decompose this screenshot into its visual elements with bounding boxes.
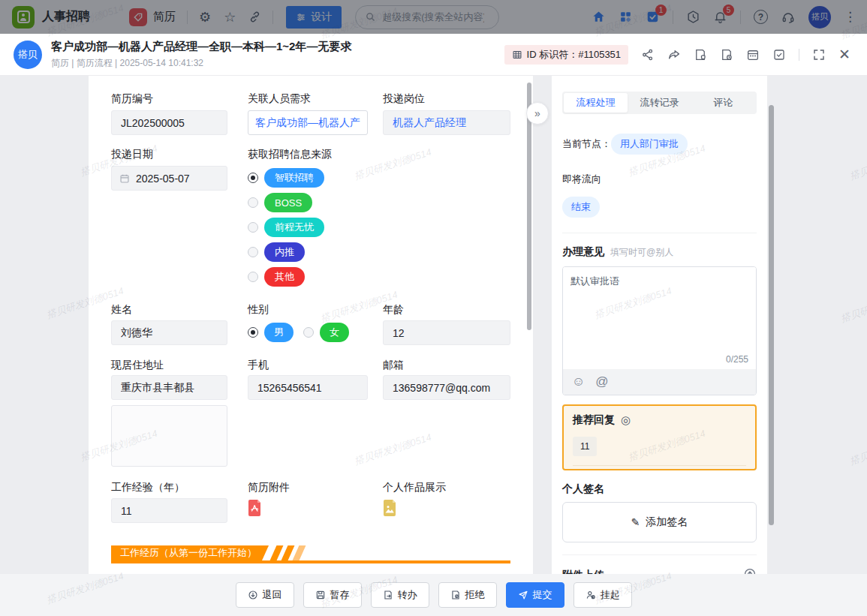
return-label: 退回 xyxy=(263,588,282,602)
age-input[interactable] xyxy=(383,320,510,345)
source-option[interactable]: BOSS xyxy=(248,193,312,212)
search-input[interactable] xyxy=(381,11,486,23)
check-square-icon[interactable] xyxy=(772,48,786,62)
topbar: 人事招聘 简历 ⚙ ☆ 设计 1 xyxy=(0,0,867,34)
apps-grid-icon[interactable] xyxy=(619,10,633,24)
field-label: 投递日期 xyxy=(111,148,153,161)
divider xyxy=(562,233,757,233)
char-counter: 0/255 xyxy=(563,354,756,369)
submit-button[interactable]: 提交 xyxy=(506,582,564,608)
panel-scrollbar[interactable] xyxy=(769,105,774,525)
gender-option-male[interactable]: 男 xyxy=(248,323,294,342)
sliders-icon xyxy=(296,12,306,23)
address-input[interactable] xyxy=(111,375,227,400)
tab-comments[interactable]: 评论 xyxy=(691,93,755,113)
radio[interactable] xyxy=(303,327,314,338)
notifications-badge: 5 xyxy=(723,5,734,16)
home-icon[interactable] xyxy=(592,10,606,24)
fullscreen-icon[interactable] xyxy=(812,48,826,62)
save-draft-button[interactable]: 暂存 xyxy=(303,582,362,608)
name-input[interactable] xyxy=(111,320,227,345)
doc-clock-icon[interactable] xyxy=(720,48,733,62)
add-signature-button[interactable]: ✎ 添加签名 xyxy=(562,502,757,542)
pdf-file-icon[interactable] xyxy=(248,500,261,516)
todo-icon[interactable]: 1 xyxy=(646,10,660,24)
radio[interactable] xyxy=(248,222,258,233)
transfer-label: 转办 xyxy=(398,588,417,602)
eye-icon[interactable]: ◎ xyxy=(621,413,631,427)
radio[interactable] xyxy=(248,247,258,257)
notifications-bell-icon[interactable]: 5 xyxy=(713,10,727,24)
help-icon[interactable]: ? xyxy=(754,10,768,24)
app-logo-icon[interactable] xyxy=(12,6,35,29)
design-button[interactable]: 设计 xyxy=(286,6,342,29)
approval-clock-icon[interactable] xyxy=(686,10,700,24)
doc-shield-icon[interactable] xyxy=(694,48,707,62)
collapse-panel-button[interactable]: » xyxy=(526,102,549,125)
field-label: 邮箱 xyxy=(383,359,404,372)
apply-position-input[interactable] xyxy=(383,110,510,135)
image-file-icon[interactable] xyxy=(383,500,396,516)
source-option[interactable]: 内推 xyxy=(248,242,305,262)
tab-resume[interactable]: 简历 xyxy=(153,10,176,24)
address-notes-textarea[interactable] xyxy=(111,405,227,467)
next-node-badge[interactable]: 结束 xyxy=(562,197,600,218)
resume-form: 简历编号 关联人员需求 客户成功部—机器人产 投递岗位 投递日期 2025-05… xyxy=(89,75,533,574)
record-id-text: ID 标识符：#1105351 xyxy=(527,48,622,62)
radio-selected[interactable] xyxy=(248,327,258,338)
transfer-button[interactable]: 转办 xyxy=(371,582,429,608)
calendar-icon[interactable] xyxy=(746,48,760,62)
radio[interactable] xyxy=(248,197,258,208)
settings-gear-icon[interactable]: ⚙ xyxy=(199,11,211,24)
more-menu-icon[interactable]: ⋮ xyxy=(844,9,856,25)
share-nodes-icon[interactable] xyxy=(641,48,655,62)
forward-share-icon[interactable] xyxy=(667,48,681,62)
gender-tag: 男 xyxy=(264,323,294,342)
signature-label: 个人签名 xyxy=(562,482,757,496)
return-icon xyxy=(248,590,258,600)
favorite-star-icon[interactable]: ☆ xyxy=(224,11,236,24)
support-headset-icon[interactable] xyxy=(781,10,796,25)
radio[interactable] xyxy=(248,272,258,282)
field-label: 姓名 xyxy=(111,303,132,317)
record-title: 客户成功部—机器人产品经理—全职—本科—1~2年—无要求 xyxy=(51,40,351,54)
opinion-hint: 填写时可@别人 xyxy=(610,246,673,259)
close-icon[interactable]: ✕ xyxy=(838,46,850,63)
emoji-icon[interactable]: ☺ xyxy=(572,374,585,389)
tab-flow-record[interactable]: 流转记录 xyxy=(628,93,691,113)
divider xyxy=(740,11,741,24)
app-title: 人事招聘 xyxy=(42,9,90,25)
opinion-textarea[interactable] xyxy=(563,267,756,354)
field-label: 投递岗位 xyxy=(383,92,425,106)
record-avatar: 搭贝 xyxy=(14,41,42,69)
current-node-badge: 用人部门审批 xyxy=(611,134,688,155)
resume-no-input[interactable] xyxy=(111,110,227,135)
mention-icon[interactable]: @ xyxy=(595,374,608,389)
save-icon xyxy=(315,590,326,600)
email-input[interactable] xyxy=(383,375,510,400)
source-option[interactable]: 其他 xyxy=(248,267,305,287)
gender-option-female[interactable]: 女 xyxy=(303,323,349,342)
global-search[interactable] xyxy=(355,5,499,29)
apply-date-input[interactable]: 2025-05-07 xyxy=(111,166,227,191)
related-requirement-link[interactable]: 客户成功部—机器人产 xyxy=(248,110,368,135)
link-icon[interactable] xyxy=(248,11,261,23)
banner-stripe xyxy=(293,545,306,560)
section-banner-work-history: 工作经历（从第一份工作开始） xyxy=(111,545,510,560)
quick-reply-chip[interactable]: 11 xyxy=(573,437,597,456)
radio-selected[interactable] xyxy=(248,173,258,183)
source-option[interactable]: 前程无忧 xyxy=(248,218,324,237)
user-avatar[interactable]: 搭贝 xyxy=(808,6,831,29)
phone-input[interactable] xyxy=(248,375,368,400)
tab-flow-process[interactable]: 流程处理 xyxy=(564,93,628,113)
field-label: 简历附件 xyxy=(248,481,290,494)
field-label: 个人作品展示 xyxy=(383,481,446,494)
resume-tag-icon[interactable] xyxy=(129,8,147,26)
app-window: 人事招聘 简历 ⚙ ☆ 设计 1 xyxy=(0,0,867,616)
field-label: 手机 xyxy=(248,359,269,372)
return-button[interactable]: 退回 xyxy=(236,582,294,608)
experience-input[interactable] xyxy=(111,498,227,523)
suspend-button[interactable]: 挂起 xyxy=(573,582,632,608)
reject-button[interactable]: 拒绝 xyxy=(438,582,497,608)
source-option[interactable]: 智联招聘 xyxy=(248,168,324,188)
